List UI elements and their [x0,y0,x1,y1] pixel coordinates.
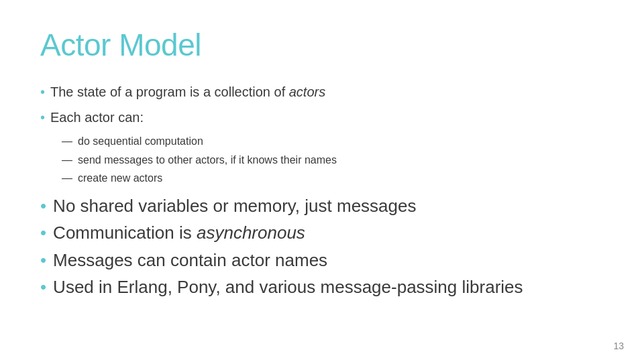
bullet-text-program-state: The state of a program is a collection o… [50,82,325,102]
bullet-program-state: • The state of a program is a collection… [40,82,604,102]
bullet-each-actor: • Each actor can: [40,107,604,127]
sub-dash-1: — [62,133,72,150]
bullet-text-each-actor: Each actor can: [50,107,144,127]
sub-dash-2: — [62,152,72,169]
sub-text-create-actors: create new actors [78,170,162,187]
page-number: 13 [613,341,624,351]
slide: Actor Model • The state of a program is … [0,0,644,362]
large-dot-4: • [40,275,46,299]
bullet-messages-names: • Messages can contain actor names [40,248,604,272]
large-text-communication: Communication is asynchronous [53,221,305,245]
bullet-dot-2: • [40,107,45,127]
large-dot-2: • [40,221,46,245]
sub-dash-3: — [62,170,72,187]
slide-title: Actor Model [40,27,604,63]
content-area: • The state of a program is a collection… [40,82,604,302]
large-dot-3: • [40,248,46,272]
bullet-communication: • Communication is asynchronous [40,221,604,245]
large-text-messages-names: Messages can contain actor names [53,248,327,272]
sub-bullet-send-messages: — send messages to other actors, if it k… [62,152,604,169]
bullet-erlang: • Used in Erlang, Pony, and various mess… [40,275,604,299]
sub-bullet-create-actors: — create new actors [62,170,604,187]
bullet-no-shared: • No shared variables or memory, just me… [40,194,604,218]
bullet-dot-1: • [40,82,45,102]
large-text-erlang: Used in Erlang, Pony, and various messag… [53,275,523,299]
sub-bullet-sequential: — do sequential computation [62,133,604,150]
large-dot-1: • [40,194,46,218]
sub-bullets-container: — do sequential computation — send messa… [62,133,604,188]
sub-text-send-messages: send messages to other actors, if it kno… [78,152,337,169]
sub-text-sequential: do sequential computation [78,133,203,150]
large-text-no-shared: No shared variables or memory, just mess… [53,194,416,218]
